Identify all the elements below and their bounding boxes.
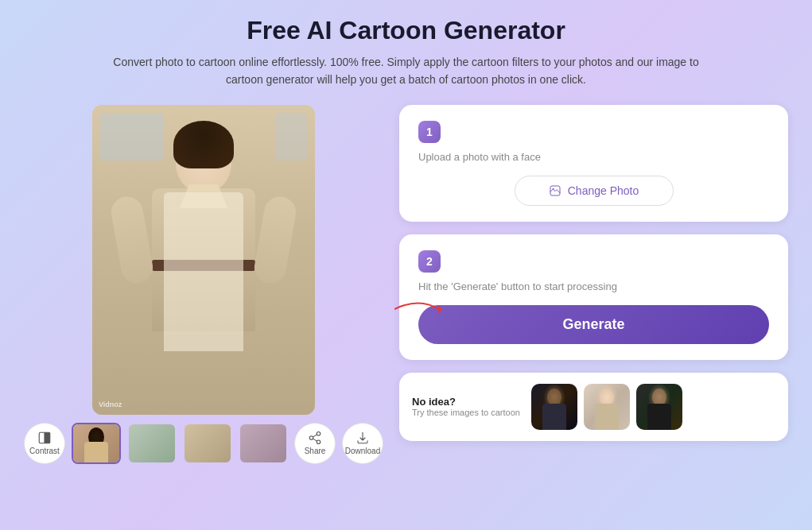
share-label: Share bbox=[305, 447, 326, 455]
download-button[interactable]: Download bbox=[342, 423, 383, 464]
download-icon bbox=[355, 431, 370, 445]
main-content: 🔍 Zoom in Vidnoz Contrast bbox=[24, 105, 788, 464]
example-image-1[interactable] bbox=[531, 384, 577, 430]
examples-title: No idea? bbox=[412, 396, 520, 408]
svg-point-3 bbox=[317, 432, 321, 436]
change-photo-button[interactable]: Change Photo bbox=[515, 176, 674, 206]
step-2-card: 2 Hit the 'Generate' button to start pro… bbox=[399, 234, 788, 360]
generate-button[interactable]: Generate bbox=[418, 305, 769, 344]
step-2-label: Hit the 'Generate' button to start proce… bbox=[418, 280, 769, 292]
example-image-3[interactable] bbox=[636, 384, 682, 430]
example-image-2[interactable] bbox=[584, 384, 630, 430]
share-icon bbox=[308, 431, 322, 445]
cartoon-image-container: 🔍 Zoom in Vidnoz bbox=[92, 105, 315, 415]
svg-line-6 bbox=[313, 439, 317, 441]
example-images bbox=[531, 384, 682, 430]
thumbnail-1[interactable] bbox=[72, 423, 121, 464]
step-1-card: 1 Upload a photo with a face Change Phot… bbox=[399, 105, 788, 222]
thumbnail-2[interactable] bbox=[127, 423, 177, 464]
download-label: Download bbox=[345, 447, 380, 455]
step-2-badge: 2 bbox=[418, 250, 441, 273]
step-1-badge: 1 bbox=[418, 121, 441, 143]
right-panel: 1 Upload a photo with a face Change Phot… bbox=[399, 105, 788, 441]
change-photo-label: Change Photo bbox=[568, 184, 639, 197]
svg-point-5 bbox=[317, 440, 321, 444]
contrast-icon bbox=[37, 431, 52, 445]
share-button[interactable]: Share bbox=[294, 423, 336, 464]
contrast-label: Contrast bbox=[29, 447, 60, 455]
examples-subtitle: Try these images to cartoon bbox=[412, 408, 520, 417]
svg-marker-10 bbox=[438, 305, 442, 313]
thumbnail-3[interactable] bbox=[183, 423, 232, 464]
watermark: Vidnoz bbox=[99, 400, 122, 408]
page-subtitle: Convert photo to cartoon online effortle… bbox=[96, 53, 717, 89]
thumbnail-strip: Contrast bbox=[24, 423, 383, 464]
thumbnail-4[interactable] bbox=[239, 423, 288, 464]
contrast-button[interactable]: Contrast bbox=[24, 423, 65, 464]
examples-card: No idea? Try these images to cartoon bbox=[399, 373, 788, 441]
arrow-icon bbox=[394, 297, 442, 321]
step-1-label: Upload a photo with a face bbox=[418, 151, 769, 163]
examples-text: No idea? Try these images to cartoon bbox=[412, 396, 520, 417]
change-photo-icon bbox=[549, 184, 561, 197]
svg-rect-2 bbox=[45, 433, 50, 444]
svg-line-7 bbox=[313, 435, 317, 437]
left-panel: 🔍 Zoom in Vidnoz Contrast bbox=[24, 105, 383, 464]
page-wrapper: Free AI Cartoon Generator Convert photo … bbox=[0, 0, 812, 530]
page-title: Free AI Cartoon Generator bbox=[247, 16, 565, 45]
svg-point-4 bbox=[309, 436, 313, 440]
